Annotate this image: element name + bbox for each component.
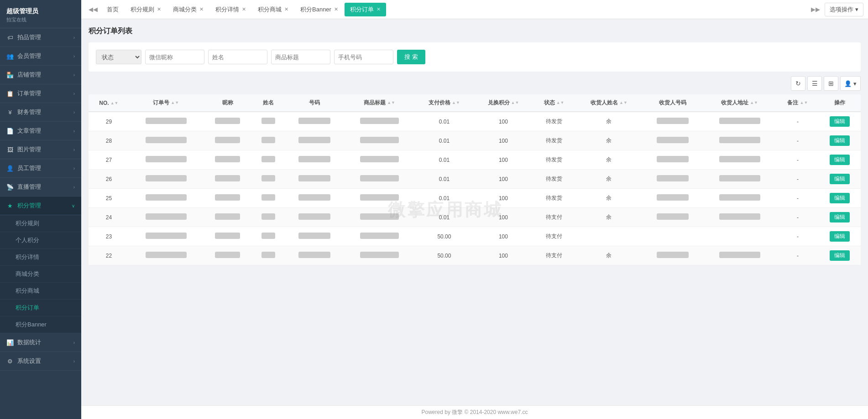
tab-category[interactable]: 商城分类 ✕ [167,3,209,16]
cell-points: 100 [474,227,533,246]
table-row: 23 50.00 100 待支付 - 编辑 [89,227,861,246]
sidebar-item-points[interactable]: ★积分管理 ∨ [0,197,81,215]
edit-button[interactable]: 编辑 [830,231,850,242]
cell-status: 待发货 [533,150,575,170]
cell-price: 0.01 [415,208,474,227]
sidebar-item-auction[interactable]: 🏷拍品管理 › [0,28,81,47]
tab-orders[interactable]: 积分订单 ✕ [345,3,386,16]
close-icon[interactable]: ✕ [199,6,204,12]
cell-no: 28 [89,131,129,150]
sort-icon[interactable]: ▲▼ [171,101,179,105]
sort-icon[interactable]: ▲▼ [110,101,119,105]
cell-address [703,246,777,265]
edit-button[interactable]: 编辑 [830,135,850,146]
close-icon[interactable]: ✕ [376,6,381,12]
submenu-banner[interactable]: 积分Banner [0,316,81,333]
sidebar-item-live[interactable]: 📡直播管理 › [0,178,81,197]
sort-icon[interactable]: ▲▼ [511,101,519,105]
sort-icon[interactable]: ▲▼ [387,101,395,105]
table-view-button[interactable]: ☰ [807,76,822,91]
top-nav: ◀◀ 首页 积分规则 ✕ 商城分类 ✕ 积分详情 ✕ 积分商城 ✕ 积分Bann… [81,0,868,19]
nav-next-icon[interactable]: ▶▶ [808,4,823,15]
column-settings-button[interactable]: ⊞ [824,76,838,91]
sidebar-item-stats[interactable]: 📊数据统计 › [0,333,81,352]
settings-icon: ⚙ [6,358,14,365]
cell-phone [284,189,344,208]
image-icon: 🖼 [6,146,14,153]
sidebar-item-order[interactable]: 📋订单管理 › [0,84,81,103]
sidebar-item-article[interactable]: 📄文章管理 › [0,122,81,140]
main-area: ◀◀ 首页 积分规则 ✕ 商城分类 ✕ 积分详情 ✕ 积分商城 ✕ 积分Bann… [81,0,868,419]
submenu-personal[interactable]: 个人积分 [0,232,81,249]
search-button[interactable]: 搜 索 [397,50,425,64]
product-input[interactable] [271,50,330,64]
sort-icon[interactable]: ▲▼ [619,101,627,105]
sidebar-item-member[interactable]: 👥会员管理 › [0,47,81,66]
refresh-button[interactable]: ↻ [791,76,805,91]
sort-icon[interactable]: ▲▼ [452,101,460,105]
cell-name [252,112,284,131]
phone-input[interactable] [334,50,393,64]
edit-button[interactable]: 编辑 [830,116,850,127]
page-title: 积分订单列表 [89,26,861,36]
tab-home[interactable]: 首页 [101,3,124,16]
submenu-orders[interactable]: 积分订单 [0,300,81,316]
edit-button[interactable]: 编辑 [830,155,850,165]
edit-button[interactable]: 编辑 [830,250,850,261]
cell-status: 待支付 [533,227,575,246]
cell-price: 0.01 [415,112,474,131]
cell-phone [284,131,344,150]
batch-action-button[interactable]: 👤 ▾ [840,76,861,91]
cell-points: 100 [474,150,533,170]
nav-prev-icon[interactable]: ◀◀ [86,4,100,15]
cell-action: 编辑 [819,246,861,265]
wechat-input[interactable] [145,50,204,64]
close-icon[interactable]: ✕ [334,6,338,12]
cell-name [252,227,284,246]
table-row: 29 0.01 100 待发货 余 - 编辑 [89,112,861,131]
submenu-rules[interactable]: 积分规则 [0,215,81,232]
sidebar-item-finance[interactable]: ¥财务管理 › [0,103,81,122]
close-icon[interactable]: ✕ [284,6,288,12]
col-address: 收货人地址▲▼ [703,94,777,112]
edit-button[interactable]: 编辑 [830,193,850,203]
col-status: 状态▲▼ [533,94,575,112]
user-sub: 拍宝在线 [6,16,75,23]
sidebar-item-store[interactable]: 🏪店铺管理 › [0,66,81,84]
tab-rules[interactable]: 积分规则 ✕ [125,3,167,16]
tab-shop[interactable]: 积分商城 ✕ [252,3,294,16]
cell-receiver-name: 余 [575,170,643,189]
submenu-category[interactable]: 商城分类 [0,266,81,283]
cell-points: 100 [474,189,533,208]
submenu-detail[interactable]: 积分详情 [0,249,81,266]
table-row: 24 0.01 100 待支付 余 - 编辑 [89,208,861,227]
close-icon[interactable]: ✕ [242,6,246,12]
tab-detail[interactable]: 积分详情 ✕ [210,3,251,16]
name-input[interactable] [208,50,267,64]
finance-icon: ¥ [6,109,14,116]
sidebar-item-settings[interactable]: ⚙系统设置 › [0,352,81,371]
cell-orderid [129,208,203,227]
sidebar-item-staff[interactable]: 👤员工管理 › [0,159,81,178]
sort-icon[interactable]: ▲▼ [556,101,565,105]
sort-icon[interactable]: ▲▼ [750,101,758,105]
cell-nickname [203,189,252,208]
sidebar-item-image[interactable]: 🖼图片管理 › [0,140,81,159]
cell-phone [284,150,344,170]
close-icon[interactable]: ✕ [157,6,161,12]
cell-action: 编辑 [819,150,861,170]
edit-button[interactable]: 编辑 [830,212,850,222]
cell-nickname [203,208,252,227]
status-select[interactable]: 状态 待发货 待支付 已完成 已取消 [96,50,141,64]
submenu-shop[interactable]: 积分商城 [0,283,81,300]
cell-remark: - [776,112,819,131]
cell-product [345,189,415,208]
col-price: 支付价格▲▼ [415,94,474,112]
ops-button[interactable]: 选项操作 ▾ [825,3,863,16]
sort-icon[interactable]: ▲▼ [800,101,808,105]
cell-receiver-name: 余 [575,246,643,265]
cell-receiver-name: 余 [575,208,643,227]
tab-banner[interactable]: 积分Banner ✕ [295,3,344,16]
table-row: 26 0.01 100 待发货 余 - 编辑 [89,170,861,189]
edit-button[interactable]: 编辑 [830,174,850,184]
